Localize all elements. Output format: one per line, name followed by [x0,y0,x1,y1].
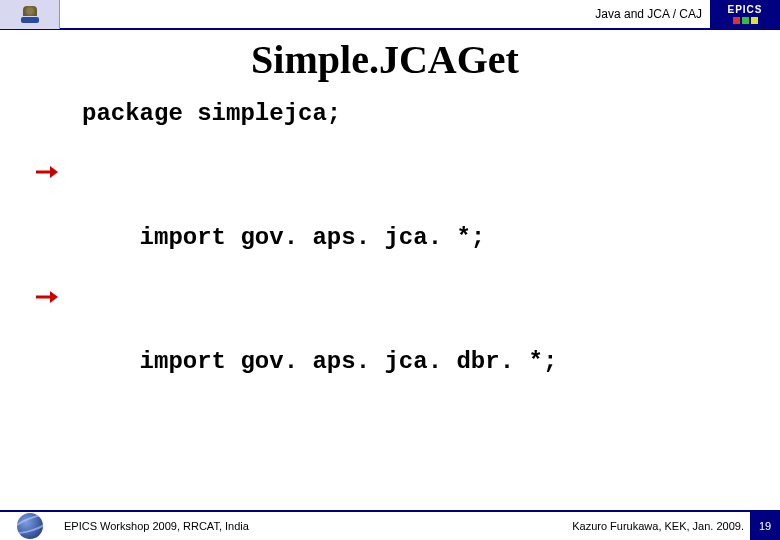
slide-header: Java and JCA / CAJ EPICS [0,0,780,30]
globe-icon [17,513,43,539]
svg-marker-1 [50,166,58,178]
code-line-package: package simplejca; [82,98,750,129]
header-emblem-box [0,0,60,29]
page-number: 19 [750,511,780,540]
slide-title-row: Simple.JCAGet [0,36,780,83]
slide-footer: EPICS Workshop 2009, RRCAT, India Kazuro… [0,510,780,540]
footer-author: Kazuro Furukawa, KEK, Jan. 2009. [572,520,750,532]
footer-logo-box [0,511,60,540]
code-line-import-2: import gov. aps. jca. dbr. *; [82,284,750,409]
header-topic: Java and JCA / CAJ [60,7,710,21]
brand-label: EPICS [727,4,762,15]
arrow-bullet-icon [36,165,58,179]
arrow-bullet-icon [36,290,58,304]
svg-marker-3 [50,291,58,303]
code-text: import gov. aps. jca. dbr. *; [140,348,558,375]
brand-squares-icon [733,17,758,24]
footer-event: EPICS Workshop 2009, RRCAT, India [60,520,572,532]
header-brand-box: EPICS [710,0,780,29]
emblem-icon [19,1,41,27]
code-text: import gov. aps. jca. *; [140,224,486,251]
slide-title: Simple.JCAGet [251,37,519,82]
code-line-import-1: import gov. aps. jca. *; [82,159,750,284]
slide-content: package simplejca; import gov. aps. jca.… [82,98,750,409]
